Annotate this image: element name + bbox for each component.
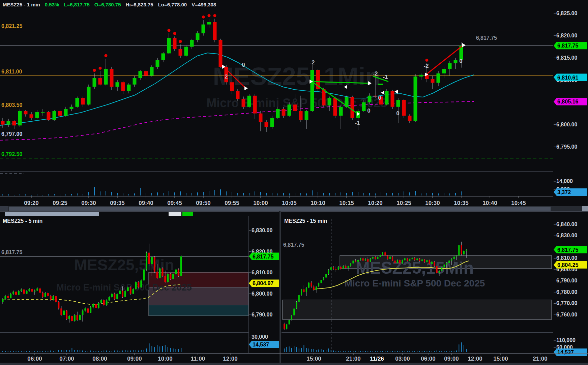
volume-bar — [128, 194, 129, 195]
candle-up — [412, 258, 413, 259]
candle-up — [402, 260, 403, 263]
volume-bar — [301, 348, 302, 352]
candle-up — [414, 77, 417, 121]
main-time-axis[interactable]: 09:2009:2509:3009:3509:4009:4509:5009:55… — [0, 196, 553, 206]
candle-down — [461, 245, 462, 254]
main-panel[interactable]: MESZ25, 1MinMicro E-mini S&P 500 Dec 202… — [0, 0, 587, 206]
volume-bar — [249, 193, 249, 195]
candle-up — [439, 271, 440, 273]
signal-count-label: -1 — [355, 120, 360, 126]
candle-up — [92, 304, 94, 307]
volume-bar — [365, 351, 366, 352]
volume-bar — [130, 351, 131, 352]
candle-up — [119, 291, 121, 294]
volume-bar — [353, 351, 353, 352]
candle-down — [424, 260, 425, 262]
scrollbar-thumb[interactable] — [9, 207, 551, 211]
candle-up — [93, 78, 96, 87]
candle-up — [34, 291, 35, 292]
candle-up — [463, 251, 465, 254]
candle-up — [316, 286, 317, 290]
scrollbar-right-button[interactable] — [582, 206, 588, 211]
candle-up — [362, 102, 366, 111]
five-panel[interactable]: MESZ25,5MinMicro E-mini S&P 500 Dec 2025… — [0, 211, 279, 362]
charts-canvas[interactable]: MESZ25, 1MinMicro E-mini S&P 500 Dec 202… — [0, 0, 588, 365]
volume-bar — [93, 351, 94, 352]
candle-down — [407, 258, 408, 261]
zone-box — [283, 300, 552, 320]
volume-bar — [461, 191, 462, 195]
volume-bar — [178, 349, 179, 352]
candle-up — [172, 274, 174, 279]
volume-bar — [173, 348, 174, 352]
candle-up — [370, 258, 371, 262]
main-current-price-label: 6,817.75 — [476, 35, 497, 41]
fifteen-watermark-line2: Micro E-mini S&P 500 Dec 2025 — [345, 278, 485, 288]
time-tick-label: 03:00 — [395, 356, 410, 362]
volume-bar — [405, 351, 405, 352]
candle-up — [350, 264, 351, 266]
fifteen-price-scale[interactable]: 6,840.006,830.006,810.006,800.006,790.00… — [553, 211, 588, 356]
main-horizontal-scrollbar[interactable] — [0, 206, 588, 211]
volume-bar — [454, 351, 454, 352]
candle-down — [367, 259, 369, 262]
five-min-top-scrollbar[interactable] — [0, 212, 249, 216]
main-chart-header: MESZ25 - 1 min0.53%L=6,817.75O=6,780.75H… — [3, 2, 221, 7]
candle-down — [81, 98, 85, 104]
five-price-scale[interactable]: 6,830.006,820.006,810.006,800.006,790.00… — [249, 211, 279, 353]
window-bottom-strip — [0, 363, 588, 365]
volume-bar — [377, 351, 378, 352]
candle-up — [368, 96, 372, 102]
candle-down — [31, 289, 33, 292]
candle-up — [4, 296, 6, 299]
volume-bar — [50, 351, 51, 352]
volume-bar — [369, 193, 370, 195]
candle-down — [173, 38, 177, 49]
scrollbar-thumb[interactable] — [5, 212, 99, 216]
volume-bar — [71, 194, 72, 195]
volume-bar — [209, 191, 209, 195]
candle-up — [328, 270, 329, 274]
candle-up — [98, 303, 99, 308]
fifteen-time-axis[interactable]: 15:0021:0011/2603:0006:0009:0012:0015:00… — [282, 353, 553, 362]
volume-bar — [45, 351, 46, 352]
last-price: L=6,817.75 — [64, 2, 89, 7]
candle-up — [202, 25, 205, 33]
price-badge-label: 6,810.61 — [557, 75, 578, 81]
volume-bar — [159, 346, 160, 352]
volume-bar — [446, 351, 447, 352]
main-price-scale[interactable]: 6,825.006,820.006,815.006,810.006,800.00… — [553, 0, 588, 196]
volume-bar — [291, 348, 292, 352]
volume-bar — [77, 350, 78, 352]
five-time-axis[interactable]: 06:0007:0008:0009:0010:0011:0012:00 — [0, 353, 248, 362]
candle-up — [288, 104, 291, 116]
main-volume-bars — [2, 187, 462, 195]
price-level-label: 6,792.50 — [1, 151, 22, 157]
volume-bar — [375, 193, 376, 195]
candle-down — [284, 324, 285, 329]
candle-up — [365, 259, 366, 261]
candle-up — [289, 320, 290, 324]
volume-bar — [42, 351, 43, 352]
volume-bar — [272, 193, 272, 195]
candle-down — [213, 22, 217, 40]
candle-up — [53, 296, 54, 300]
scrollbar-left-button[interactable] — [0, 206, 8, 211]
volume-bar — [25, 194, 26, 195]
volume-bar — [20, 194, 20, 195]
candle-up — [305, 111, 308, 120]
candle-up — [10, 294, 11, 298]
candle-up — [456, 255, 457, 256]
volume-bar — [8, 351, 8, 352]
volume-bar — [432, 351, 432, 352]
candle-up — [454, 60, 458, 63]
candle-down — [23, 290, 25, 294]
volume-bar — [26, 351, 27, 352]
price-tick-label: 6,815.00 — [556, 55, 577, 61]
fifteen-panel[interactable]: MESZ25,15MinMicro E-mini S&P 500 Dec 202… — [282, 211, 587, 362]
candle-up — [247, 96, 251, 107]
volume-bar — [146, 348, 147, 352]
volume-bar — [154, 347, 155, 352]
volume-bar — [54, 194, 55, 195]
volume-bar — [306, 193, 307, 195]
